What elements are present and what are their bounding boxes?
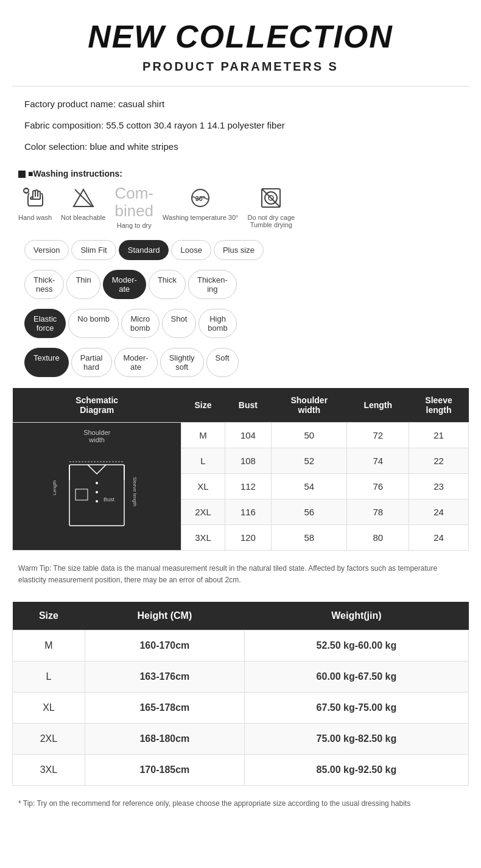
pill-slightly-soft[interactable]: Slightlysoft <box>160 348 204 377</box>
size-2xl: 2XL <box>181 499 225 525</box>
wh-weight-xl: 67.50 kg-75.00 kg <box>244 692 468 723</box>
page-subtitle: PRODUCT PARAMETERS S <box>12 60 469 74</box>
svg-text:Bust: Bust <box>104 496 115 503</box>
col-length: Length <box>347 388 409 423</box>
shoulder-label: Shoulderwidth <box>19 429 175 443</box>
length-xl: 76 <box>347 474 409 499</box>
pill-thickening[interactable]: Thicken-ing <box>188 270 237 299</box>
bust-2xl: 116 <box>225 499 271 525</box>
shoulder-xl: 54 <box>272 474 347 499</box>
pill-partial-hard[interactable]: Partialhard <box>71 348 112 377</box>
size-m: M <box>181 423 225 448</box>
washing-title: ■Washing instructions: <box>18 169 463 178</box>
wash-icon-combined: Com-bined Hang to dry <box>114 185 153 229</box>
bust-m: 104 <box>225 423 271 448</box>
pill-thickness[interactable]: Thick-ness <box>24 270 64 299</box>
svg-point-11 <box>96 482 98 484</box>
pill-shot[interactable]: Shot <box>162 309 197 338</box>
color-selection: Color selection: blue and white stripes <box>24 141 457 152</box>
warn-note: Warm Tip: The size table data is the man… <box>0 557 481 595</box>
wh-table-container: Size Height (CM) Weight(jin) M 160-170cm… <box>0 596 481 792</box>
bust-3xl: 120 <box>225 525 271 551</box>
sleeve-m: 21 <box>409 423 469 448</box>
wh-table: Size Height (CM) Weight(jin) M 160-170cm… <box>12 602 469 786</box>
wh-row-l: L 163-176cm 60.00 kg-67.50 kg <box>13 661 469 692</box>
size-xl: XL <box>181 474 225 499</box>
wh-height-3xl: 170-185cm <box>85 754 244 785</box>
size-row-m: Shoulderwidth <box>13 423 469 448</box>
sleeve-2xl: 24 <box>409 499 469 525</box>
pill-texture[interactable]: Texture <box>24 348 69 377</box>
tip-note: * Tip: Try on the recommend for referenc… <box>0 792 481 822</box>
wash30-icon: 30° <box>187 185 214 211</box>
pill-moderate-texture[interactable]: Moder-ate <box>114 348 158 377</box>
col-sleeve: Sleevelength <box>409 388 469 423</box>
svg-point-12 <box>96 491 98 493</box>
pill-loose[interactable]: Loose <box>171 240 211 260</box>
product-info: Factory product name: casual shirt Fabri… <box>0 93 481 166</box>
length-m: 72 <box>347 423 409 448</box>
wh-weight-l: 60.00 kg-67.50 kg <box>244 661 468 692</box>
shirt-svg: Bust Length Sleeve length <box>51 446 142 538</box>
pill-thin[interactable]: Thin <box>66 270 100 299</box>
size-table-container: SchematicDiagram Size Bust Shoulderwidth… <box>0 382 481 557</box>
divider-1 <box>12 86 469 86</box>
wh-height-xl: 165-178cm <box>85 692 244 723</box>
page-title: NEW COLLECTION <box>12 18 469 55</box>
size-table: SchematicDiagram Size Bust Shoulderwidth… <box>12 388 469 551</box>
wh-size-2xl: 2XL <box>13 723 85 754</box>
nobleach-label: Not bleachable <box>61 214 105 221</box>
sleeve-l: 22 <box>409 448 469 474</box>
washing-icons: Hand wash Not bleachable Com-bined Hang … <box>18 185 463 229</box>
nobleach-icon <box>70 185 97 211</box>
pill-plus-size[interactable]: Plus size <box>214 240 264 260</box>
wh-col-height: Height (CM) <box>85 602 244 630</box>
pill-moderate-thickness[interactable]: Moder-ate <box>103 270 146 299</box>
pill-version[interactable]: Version <box>24 240 69 260</box>
factory-product-name: Factory product name: casual shirt <box>24 99 457 109</box>
pill-soft[interactable]: Soft <box>206 348 239 377</box>
pill-no-bomb[interactable]: No bomb <box>68 309 119 338</box>
svg-point-0 <box>24 188 29 193</box>
pill-high-bomb[interactable]: Highbomb <box>198 309 237 338</box>
wash-icon-30: 30° Washing temperature 30° <box>163 185 238 221</box>
wh-row-2xl: 2XL 168-180cm 75.00 kg-82.50 kg <box>13 723 469 754</box>
handwash-icon <box>22 185 49 211</box>
length-2xl: 78 <box>347 499 409 525</box>
pill-standard[interactable]: Standard <box>119 240 169 260</box>
col-size: Size <box>181 388 225 423</box>
notumble-icon <box>258 185 284 211</box>
wh-height-m: 160-170cm <box>85 630 244 661</box>
schematic-diagram-cell: Shoulderwidth <box>13 423 181 551</box>
wash-icon-notumble: Do not dry cageTumble drying <box>248 185 295 228</box>
wh-size-m: M <box>13 630 85 661</box>
fabric-composition: Fabric composition: 55.5 cotton 30.4 ray… <box>24 120 457 130</box>
thickness-pills-row: Thick-ness Thin Moder-ate Thick Thicken-… <box>12 265 469 304</box>
sleeve-xl: 23 <box>409 474 469 499</box>
wh-size-3xl: 3XL <box>13 754 85 785</box>
header: NEW COLLECTION PRODUCT PARAMETERS S <box>0 0 481 80</box>
svg-rect-10 <box>75 489 88 500</box>
wh-size-xl: XL <box>13 692 85 723</box>
shoulder-l: 52 <box>272 448 347 474</box>
svg-point-13 <box>96 500 98 503</box>
wash30-label: Washing temperature 30° <box>163 214 238 221</box>
pill-thick[interactable]: Thick <box>149 270 186 299</box>
wh-weight-m: 52.50 kg-60.00 kg <box>244 630 468 661</box>
pill-micro-bomb[interactable]: Microbomb <box>121 309 160 338</box>
shoulder-2xl: 56 <box>272 499 347 525</box>
wh-height-2xl: 168-180cm <box>85 723 244 754</box>
shoulder-m: 50 <box>272 423 347 448</box>
pill-elastic-force[interactable]: Elasticforce <box>24 309 66 338</box>
wh-weight-3xl: 85.00 kg-92.50 kg <box>244 754 468 785</box>
elastic-pills-row: Elasticforce No bomb Microbomb Shot High… <box>12 304 469 343</box>
texture-rows: Elasticforce No bomb Microbomb Shot High… <box>0 304 481 382</box>
wh-col-weight: Weight(jin) <box>244 602 468 630</box>
version-fit-row: Version Slim Fit Standard Loose Plus siz… <box>0 235 481 304</box>
shoulder-3xl: 58 <box>272 525 347 551</box>
svg-text:Length: Length <box>52 481 57 495</box>
wh-height-l: 163-176cm <box>85 661 244 692</box>
col-shoulder: Shoulderwidth <box>272 388 347 423</box>
pill-slim-fit[interactable]: Slim Fit <box>71 240 116 260</box>
wh-size-l: L <box>13 661 85 692</box>
